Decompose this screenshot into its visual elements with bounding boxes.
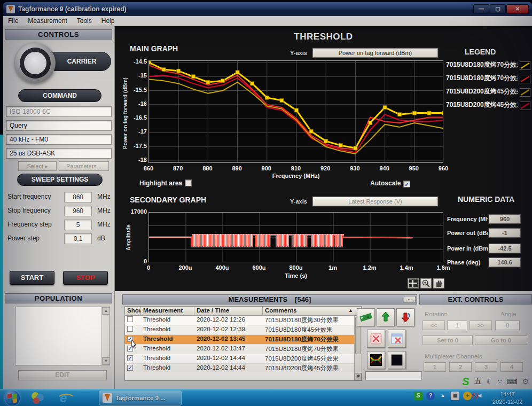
- table-row[interactable]: Threshold2020-12-02 12:397015U8D180度45分效…: [125, 325, 362, 335]
- set-to-0-button[interactable]: Set to 0: [423, 335, 473, 345]
- bottom-region: MEASUREMENTS[546] ... Show Measurement D…: [115, 291, 532, 389]
- frequency-step-input[interactable]: 5: [64, 220, 92, 230]
- measurements-more-button[interactable]: ...: [404, 296, 416, 303]
- xtick-label: 910: [285, 165, 307, 171]
- tray-help-icon[interactable]: ?: [426, 392, 435, 400]
- ytick-label: -15.5: [126, 87, 147, 93]
- legend-title: LEGEND: [465, 48, 496, 56]
- tray-expand-icon[interactable]: ▲: [439, 392, 447, 400]
- main-yaxis-selector[interactable]: Power on tag forward (dBm): [312, 48, 438, 58]
- mux-channel-1[interactable]: 1: [424, 362, 446, 372]
- col-comments[interactable]: Comments: [263, 307, 362, 315]
- media-app-icon[interactable]: [29, 391, 45, 405]
- table-row[interactable]: ✓Threshold2020-12-02 13:477015U8D180度烤70…: [125, 345, 362, 354]
- start-button-orb[interactable]: [5, 391, 20, 405]
- graph-colors-button[interactable]: [367, 351, 385, 369]
- secondary-yaxis-selector[interactable]: Latest Response (V): [312, 197, 438, 206]
- scroll-up-icon[interactable]: ▲: [102, 307, 110, 315]
- legend-entry[interactable]: 7015U8D180度烤70分效果: [446, 60, 530, 72]
- autoscale-control[interactable]: Autoscale✓: [370, 179, 410, 188]
- mux-channel-4[interactable]: 4: [500, 362, 523, 372]
- tray-display-icon[interactable]: ▦: [451, 392, 459, 400]
- table-row[interactable]: Threshold2020-12-02 12:267015U8D180度烤30分…: [125, 316, 362, 325]
- select-button[interactable]: Select ▸: [18, 161, 57, 171]
- ime-dots-icon[interactable]: ∵: [498, 378, 502, 385]
- sweep-settings-button[interactable]: SWEEP SETTINGS: [17, 174, 103, 186]
- go-to-0-button[interactable]: Go to 0: [475, 335, 527, 345]
- main-chart[interactable]: [148, 60, 443, 163]
- stop-button[interactable]: STOP: [63, 271, 108, 285]
- population-scrollbar[interactable]: ▲ ▼: [101, 307, 109, 365]
- load-measurement-button[interactable]: [377, 308, 395, 326]
- col-measurement[interactable]: Measurement: [141, 307, 194, 315]
- moon-icon[interactable]: ☾: [487, 377, 494, 386]
- col-show[interactable]: Show: [125, 307, 141, 315]
- ime-mode[interactable]: 五: [474, 377, 482, 386]
- menu-file[interactable]: File: [3, 17, 23, 25]
- sort-arrow-icon[interactable]: ▲: [348, 308, 353, 313]
- legend-entry[interactable]: 7015U8D200度烤45分效果: [446, 100, 530, 112]
- pan-tool-icon[interactable]: [433, 278, 444, 288]
- rotation-step-field[interactable]: 1: [447, 321, 467, 330]
- command-button[interactable]: COMMAND: [18, 89, 101, 102]
- internet-explorer-icon[interactable]: e: [58, 391, 74, 405]
- minimize-button[interactable]: —: [473, 4, 489, 14]
- angle-field[interactable]: 0: [495, 321, 520, 330]
- menu-help[interactable]: Help: [97, 17, 120, 25]
- table-row[interactable]: ✓Threshold2020-12-02 14:447015U8D200度烤45…: [125, 364, 362, 373]
- legend-entry[interactable]: 7015U8D200度烤45分效果: [446, 87, 530, 99]
- menu-measurement[interactable]: Measurement: [23, 17, 72, 25]
- command-type-field[interactable]: Query: [6, 120, 112, 131]
- taskbar-task-tagformance[interactable]: Tagformance 9 ...: [99, 391, 182, 405]
- show-checkbox[interactable]: [127, 316, 133, 322]
- highlight-area-checkbox[interactable]: [185, 179, 192, 186]
- col-datetime[interactable]: Date / Time: [194, 307, 263, 315]
- datarate-field[interactable]: 40 kHz - FM0: [6, 134, 112, 145]
- start-button[interactable]: START: [10, 271, 54, 285]
- highlight-area-control[interactable]: Highlight area: [139, 179, 192, 187]
- show-checkbox[interactable]: [127, 326, 133, 332]
- controls-header: CONTROLS: [5, 29, 112, 40]
- start-frequency-input[interactable]: 860: [64, 192, 92, 202]
- taskbar-clock[interactable]: 14:47 2020-12-02: [486, 391, 529, 405]
- tray-sogou-icon[interactable]: S: [414, 392, 423, 400]
- edit-button[interactable]: EDIT: [18, 370, 107, 380]
- keyboard-icon[interactable]: ⌨: [506, 377, 517, 386]
- parameters-button[interactable]: Parameters...: [59, 161, 109, 171]
- show-checkbox[interactable]: ✓: [127, 355, 133, 361]
- zoom-tool-icon[interactable]: [420, 278, 432, 288]
- power-step-input[interactable]: 0,1: [64, 233, 92, 244]
- tray-update-icon[interactable]: +: [463, 392, 472, 400]
- crosshair-tool-icon[interactable]: [408, 278, 419, 288]
- volume-muted-icon[interactable]: ◄⃠: [475, 392, 484, 400]
- protocol-field[interactable]: ISO 18000-6C: [6, 106, 112, 117]
- mux-channel-3[interactable]: 3: [475, 362, 497, 372]
- delete-all-button[interactable]: [388, 330, 406, 348]
- mux-channel-2[interactable]: 2: [449, 362, 472, 372]
- table-row[interactable]: ✓Threshold2020-12-02 14:447015U8D200度烤45…: [125, 354, 362, 364]
- measurements-table-header[interactable]: Show Measurement Date / Time Comments: [125, 307, 362, 316]
- modulation-field[interactable]: 25 us DSB-ASK: [6, 148, 112, 159]
- autoscale-checkbox[interactable]: ✓: [403, 181, 410, 188]
- delete-measurement-button[interactable]: [367, 330, 385, 348]
- carrier-knob[interactable]: [15, 43, 56, 83]
- export-data-button[interactable]: [357, 308, 375, 326]
- autoscale-label: Autoscale: [370, 179, 401, 187]
- scroll-down-icon[interactable]: ▼: [102, 357, 110, 365]
- population-listbox[interactable]: ▲ ▼: [15, 307, 110, 365]
- maximize-button[interactable]: ▢: [490, 4, 506, 14]
- sogou-icon[interactable]: S: [462, 376, 469, 388]
- search-input[interactable]: [365, 371, 422, 380]
- close-button[interactable]: ✕: [506, 4, 529, 14]
- table-row[interactable]: ✓Threshold2020-12-02 13:457015U8D180度烤70…: [125, 335, 362, 345]
- stop-frequency-input[interactable]: 960: [64, 206, 92, 216]
- rotate-back-button[interactable]: <<: [423, 321, 445, 330]
- secondary-chart[interactable]: [148, 212, 443, 262]
- legend-entry[interactable]: 7015U8D180度烤70分效果: [446, 74, 530, 85]
- rotate-forward-button[interactable]: >>: [470, 321, 492, 330]
- wrench-icon[interactable]: ⚙: [522, 377, 529, 386]
- background-color-button[interactable]: [388, 351, 406, 369]
- save-measurement-button[interactable]: [396, 308, 414, 326]
- menu-tools[interactable]: Tools: [72, 17, 97, 25]
- show-checkbox[interactable]: ✓: [127, 365, 133, 371]
